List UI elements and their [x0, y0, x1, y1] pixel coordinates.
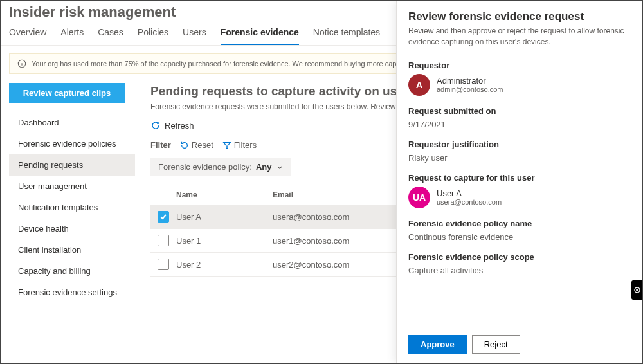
requestor-email: admin@contoso.com	[437, 86, 503, 93]
chevron-down-icon	[276, 163, 284, 171]
capture-user-avatar: UA	[408, 187, 430, 208]
tab-users[interactable]: Users	[183, 27, 206, 45]
row-name: User A	[176, 212, 273, 222]
submitted-label: Request submitted on	[408, 106, 630, 116]
detail-title: Review forensic evidence request	[408, 10, 630, 23]
filter-icon	[222, 141, 231, 150]
policy-filter-value: Any	[256, 162, 272, 172]
policy-name-value: Continous forensic evidence	[408, 232, 630, 242]
row-checkbox[interactable]	[158, 211, 169, 223]
capture-user-persona: UA User A usera@contoso.com	[408, 187, 630, 208]
approve-button[interactable]: Approve	[408, 335, 467, 354]
tab-alerts[interactable]: Alerts	[60, 27, 84, 45]
sidebar-item-pending-requests[interactable]: Pending requests	[9, 154, 135, 176]
feedback-tab[interactable]	[631, 280, 643, 300]
filter-label: Filter	[150, 140, 171, 150]
tab-cases[interactable]: Cases	[98, 27, 123, 45]
reset-icon	[180, 141, 189, 150]
capture-user-name: User A	[437, 188, 502, 198]
reject-button[interactable]: Reject	[472, 335, 520, 354]
refresh-icon	[150, 120, 161, 131]
policy-scope-label: Forensic evidence policy scope	[408, 252, 630, 262]
sidebar-nav: DashboardForensic evidence policiesPendi…	[9, 112, 135, 303]
sidebar-item-forensic-evidence-settings[interactable]: Forensic evidence settings	[9, 282, 135, 303]
policy-filter-dropdown[interactable]: Forensic evidence policy: Any	[150, 158, 291, 176]
tab-overview[interactable]: Overview	[9, 27, 46, 45]
info-icon	[17, 59, 26, 68]
requestor-persona: A Administrator admin@contoso.com	[408, 74, 630, 96]
review-captured-clips-button[interactable]: Review captured clips	[9, 83, 125, 103]
refresh-label: Refresh	[165, 121, 194, 131]
capture-user-email: usera@contoso.com	[437, 198, 502, 206]
row-checkbox[interactable]	[158, 259, 169, 270]
requestor-label: Requestor	[408, 60, 630, 70]
detail-description: Review and then approve or reject the re…	[408, 26, 630, 48]
sidebar-item-device-health[interactable]: Device health	[9, 218, 135, 239]
sidebar-item-dashboard[interactable]: Dashboard	[9, 112, 135, 133]
detail-panel: Review forensic evidence request Review …	[396, 1, 642, 363]
sidebar-item-capacity-and-billing[interactable]: Capacity and billing	[9, 260, 135, 282]
row-checkbox[interactable]	[158, 235, 169, 246]
policy-filter-label: Forensic evidence policy:	[158, 162, 252, 172]
policy-scope-value: Capture all activities	[408, 266, 630, 275]
tab-notice-templates[interactable]: Notice templates	[313, 27, 380, 45]
sidebar-item-client-installation[interactable]: Client installation	[9, 239, 135, 260]
justification-label: Requestor justification	[408, 140, 630, 149]
sidebar-item-forensic-evidence-policies[interactable]: Forensic evidence policies	[9, 133, 135, 154]
col-name-header[interactable]: Name	[176, 190, 273, 199]
tab-forensic-evidence[interactable]: Forensic evidence	[221, 27, 299, 45]
sidebar-item-user-management[interactable]: User management	[9, 176, 135, 197]
tab-policies[interactable]: Policies	[138, 27, 168, 45]
reset-filter-button[interactable]: Reset	[180, 140, 213, 150]
row-name: User 2	[176, 260, 273, 269]
capture-user-label: Request to capture for this user	[408, 173, 630, 183]
row-name: User 1	[176, 236, 273, 246]
feedback-icon	[633, 286, 641, 294]
filters-label: Filters	[234, 140, 257, 150]
justification-value: Risky user	[408, 153, 630, 163]
refresh-button[interactable]: Refresh	[150, 120, 194, 131]
requestor-name: Administrator	[437, 76, 503, 86]
submitted-value: 9/17/2021	[408, 120, 630, 129]
requestor-avatar: A	[408, 74, 430, 96]
filters-button[interactable]: Filters	[222, 140, 257, 150]
policy-name-label: Forensic evidence policy name	[408, 219, 630, 228]
reset-label: Reset	[192, 140, 213, 150]
page-title: Insider risk management	[9, 4, 176, 21]
sidebar-item-notification-templates[interactable]: Notification templates	[9, 197, 135, 218]
